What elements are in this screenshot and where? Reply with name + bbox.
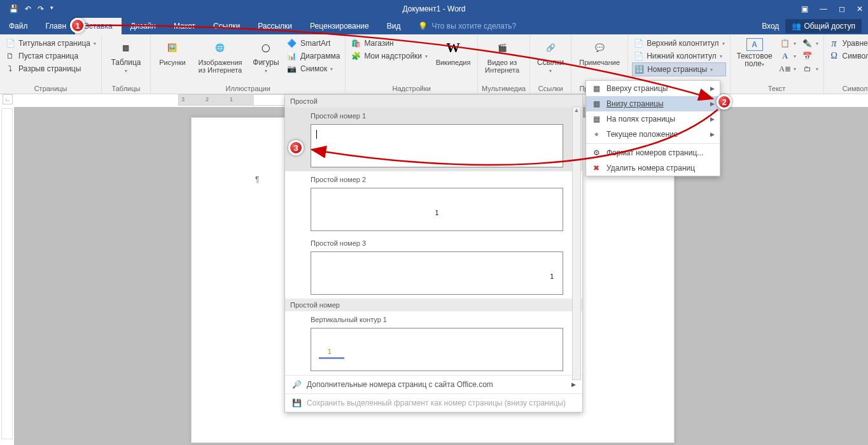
gallery-group-simple: Простой — [285, 95, 582, 108]
footer-button[interactable]: 📄Нижний колонтитул▾ — [632, 50, 725, 62]
gallery-preview-3: 1 — [311, 251, 563, 295]
tell-me-input[interactable] — [431, 22, 533, 31]
smartart-button[interactable]: 🔷SmartArt — [286, 37, 341, 50]
tab-file[interactable]: Файл — [0, 18, 37, 34]
store-button[interactable]: 🛍️Магазин — [349, 37, 429, 50]
gallery-item-plain-2[interactable]: Простой номер 2 1 — [285, 171, 582, 235]
quick-parts-button[interactable]: 📋▾ — [779, 37, 797, 50]
gallery-item-plain-1[interactable]: Простой номер 1 — [285, 108, 582, 171]
gallery-item-vertical-1[interactable]: Вертикальный контур 1 1 — [285, 311, 582, 375]
minimize-icon[interactable]: — — [820, 4, 827, 13]
gallery-scrollbar[interactable]: ▲ — [572, 106, 581, 380]
group-links: 🔗Ссылки▾ Ссылки — [530, 34, 571, 94]
dropcap-button[interactable]: A≣▾ — [779, 62, 797, 75]
submenu-page-margins[interactable]: ▦На полях страницы▶ — [586, 111, 720, 127]
signature-icon: ✒️ — [802, 38, 813, 48]
chevron-right-icon: ▶ — [710, 131, 715, 138]
callout-1: 1 — [70, 18, 85, 33]
equation-icon: π — [829, 38, 839, 48]
title-bar: 💾 ↶ ↷ ▾ Документ1 - Word ▣ — ◻ ✕ — [0, 0, 868, 18]
my-addins-button[interactable]: 🧩Мои надстройки ▾ — [349, 50, 429, 62]
submenu-top-of-page[interactable]: ▦Вверху страницы▶ — [586, 81, 720, 96]
group-tables-label: Таблицы — [106, 83, 146, 92]
screenshot-icon: 📷 — [287, 64, 297, 74]
blank-page-icon: 🗋 — [5, 51, 15, 61]
comment-icon: 💬 — [589, 38, 610, 57]
cover-page-button[interactable]: 📄Титульная страница▾ — [4, 37, 97, 50]
tab-references[interactable]: Ссылки — [204, 18, 249, 34]
save-icon[interactable]: 💾 — [9, 4, 18, 13]
group-addins-label: Надстройки — [349, 83, 473, 92]
page-break-button[interactable]: ⤵Разрыв страницы — [4, 62, 97, 75]
ribbon-display-options-icon[interactable]: ▣ — [801, 4, 808, 13]
textbox-icon: A — [746, 38, 763, 51]
remove-icon: ✖ — [591, 163, 601, 173]
share-button[interactable]: 👥 Общий доступ — [785, 19, 862, 33]
video-icon: 🎬 — [492, 38, 512, 57]
tab-mailings[interactable]: Рассылки — [249, 18, 301, 34]
submenu-format-numbers[interactable]: ⚙Формат номеров страниц... — [586, 145, 720, 160]
table-button[interactable]: ▦Таблица▾ — [106, 37, 146, 76]
shapes-button[interactable]: ◯Фигуры▾ — [250, 37, 282, 76]
page-number-gallery: ▲ Простой Простой номер 1 Простой номер … — [284, 94, 583, 413]
links-button[interactable]: 🔗Ссылки▾ — [534, 37, 567, 76]
symbol-icon: Ω — [829, 51, 839, 61]
submenu-remove-numbers[interactable]: ✖Удалить номера страниц — [586, 160, 720, 176]
redo-icon[interactable]: ↷ — [38, 4, 44, 13]
gallery-item-plain-3[interactable]: Простой номер 3 1 — [285, 235, 582, 299]
ruler-corner[interactable]: ∟ — [3, 94, 13, 104]
maximize-icon[interactable]: ◻ — [839, 4, 845, 13]
office-icon: 🔎 — [291, 379, 302, 390]
textbox-button[interactable]: AТекстовое поле▾ — [734, 37, 775, 70]
object-icon: 🗀 — [802, 64, 813, 74]
wikipedia-icon: W — [443, 38, 463, 57]
header-button[interactable]: 📄Верхний колонтитул▾ — [632, 37, 725, 50]
shapes-icon: ◯ — [256, 38, 276, 57]
pictures-button[interactable]: 🖼️Рисунки — [155, 37, 190, 67]
tab-review[interactable]: Рецензирование — [301, 18, 378, 34]
quick-parts-icon: 📋 — [780, 38, 790, 48]
equation-button[interactable]: πУравнение ▾ — [828, 37, 868, 50]
signature-line-button[interactable]: ✒️▾ — [801, 37, 820, 50]
footer-icon: 📄 — [633, 51, 643, 61]
current-pos-icon: ⌖ — [591, 129, 601, 139]
online-video-button[interactable]: 🎬Видео из Интернета — [482, 37, 522, 75]
blank-page-button[interactable]: 🗋Пустая страница — [4, 50, 97, 62]
gallery-more-from-office[interactable]: 🔎Дополнительные номера страниц с сайта O… — [285, 375, 582, 393]
screenshot-button[interactable]: 📷Снимок▾ — [286, 62, 341, 75]
menu-separator — [586, 143, 720, 144]
wikipedia-button[interactable]: WВикипедия — [433, 37, 473, 67]
signin-link[interactable]: Вход — [762, 22, 779, 31]
format-icon: ⚙ — [591, 148, 601, 158]
close-icon[interactable]: ✕ — [857, 4, 863, 13]
date-time-button[interactable]: 📅 — [801, 50, 820, 62]
submenu-bottom-of-page[interactable]: ▦Внизу страницы▶ — [586, 96, 720, 111]
online-pictures-icon: 🌐 — [210, 38, 230, 57]
submenu-current-position[interactable]: ⌖Текущее положение▶ — [586, 127, 720, 142]
wordart-button[interactable]: A▾ — [779, 50, 797, 62]
tab-view[interactable]: Вид — [378, 18, 410, 34]
ribbon: 📄Титульная страница▾ 🗋Пустая страница ⤵Р… — [0, 34, 868, 94]
group-addins: 🛍️Магазин 🧩Мои надстройки ▾ WВикипедия Н… — [346, 34, 478, 94]
tell-me[interactable]: 💡 — [418, 18, 533, 34]
chart-button[interactable]: 📊Диаграмма — [286, 50, 341, 62]
comment-button[interactable]: 💬Примечание — [575, 37, 624, 67]
page-bottom-icon: ▦ — [591, 99, 601, 109]
store-icon: 🛍️ — [351, 38, 361, 48]
chart-icon: 📊 — [287, 51, 297, 61]
tab-design[interactable]: Дизайн — [122, 18, 165, 34]
group-tables: ▦Таблица▾ Таблицы — [102, 34, 151, 94]
symbol-button[interactable]: ΩСимвол ▾ — [828, 50, 868, 62]
header-icon: 📄 — [633, 38, 643, 48]
qat-customize-icon[interactable]: ▾ — [50, 4, 53, 13]
group-pages-label: Страницы — [4, 83, 97, 92]
page-number-button[interactable]: 🔢Номер страницы▾ — [632, 62, 725, 76]
tab-home[interactable]: Главн — [37, 18, 76, 34]
vertical-ruler[interactable] — [1, 108, 13, 439]
group-text: AТекстовое поле▾ 📋▾ A▾ A≣▾ ✒️▾ 📅 🗀▾ Текс… — [731, 34, 824, 94]
object-button[interactable]: 🗀▾ — [801, 62, 820, 75]
tab-layout[interactable]: Макет — [165, 18, 204, 34]
undo-icon[interactable]: ↶ — [25, 4, 31, 13]
online-pictures-button[interactable]: 🌐Изображения из Интернета — [194, 37, 246, 75]
page-number-submenu: ▦Вверху страницы▶ ▦Внизу страницы▶ ▦На п… — [585, 80, 720, 176]
